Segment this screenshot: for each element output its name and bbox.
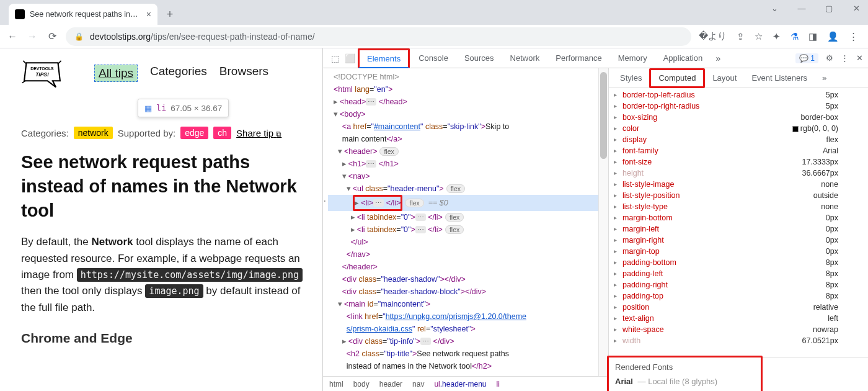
computed-prop-row[interactable]: ▸width67.0521px <box>614 335 863 346</box>
computed-prop-row[interactable]: ▸text-alignleft <box>614 313 863 324</box>
scrollbar-thumb[interactable] <box>600 72 607 159</box>
dom-node[interactable]: <a href="#maincontent" class="skip-link"… <box>328 120 608 133</box>
tab-console[interactable]: Console <box>411 48 456 68</box>
extensions-icon[interactable]: ✦ <box>773 31 781 42</box>
tab-elements[interactable]: Elements <box>358 48 410 68</box>
side-tab-computed[interactable]: Computed <box>649 68 705 88</box>
browser-pill-edge[interactable]: edge <box>180 127 208 139</box>
tab-memory[interactable]: Memory <box>611 48 655 68</box>
computed-prop-row[interactable]: ▸list-style-positionoutside <box>614 190 863 201</box>
dom-node[interactable]: ▸<div class="tip-info">⋯ </div> <box>328 335 608 348</box>
tab-network[interactable]: Network <box>503 48 547 68</box>
computed-prop-row[interactable]: ▸list-style-typenone <box>614 201 863 212</box>
scrollbar[interactable] <box>598 68 608 376</box>
more-tabs-icon[interactable]: » <box>711 53 725 63</box>
site-logo[interactable]: DEVTOOLSTIPS! <box>21 57 63 92</box>
computed-prop-row[interactable]: ▸padding-left8px <box>614 268 863 279</box>
computed-prop-row[interactable]: ▸margin-bottom0px <box>614 212 863 223</box>
install-icon[interactable]: �より <box>699 30 727 42</box>
close-tab-icon[interactable]: × <box>146 9 151 19</box>
url-field[interactable]: 🔒 devtoolstips.org/tips/en/see-request-p… <box>66 27 691 46</box>
back-button[interactable]: ← <box>6 31 19 42</box>
dom-node[interactable]: ▾<header>flex <box>328 145 608 158</box>
computed-prop-row[interactable]: ▸height36.6667px <box>614 168 863 179</box>
minimize-button[interactable]: — <box>794 4 810 13</box>
side-tab-eventlisteners[interactable]: Event Listeners <box>744 68 815 88</box>
close-devtools-icon[interactable]: ✕ <box>856 53 863 63</box>
computed-prop-row[interactable]: ▸border-top-right-radius5px <box>614 101 863 112</box>
device-toggle-icon[interactable]: ⬜ <box>343 53 356 63</box>
tab-sources[interactable]: Sources <box>457 48 502 68</box>
dom-node[interactable]: </nav> <box>328 248 608 261</box>
close-window-button[interactable]: ✕ <box>848 4 864 13</box>
computed-prop-row[interactable]: ▸box-sizingborder-box <box>614 112 863 123</box>
computed-properties[interactable]: ▸border-top-left-radius5px▸border-top-ri… <box>609 88 868 357</box>
computed-prop-row[interactable]: ▸white-spacenowrap <box>614 324 863 335</box>
crumb-item[interactable]: nav <box>412 380 424 389</box>
dom-node[interactable]: ▾<body> <box>328 108 608 120</box>
crumb-item[interactable]: header <box>379 380 402 389</box>
nav-browsers[interactable]: Browsers <box>219 65 268 82</box>
menu-icon[interactable]: ⋮ <box>849 31 858 42</box>
dom-node[interactable]: <h2 class="tip-title">See network reques… <box>328 348 608 360</box>
dom-node[interactable]: instead of names in the Network tool</h2… <box>328 360 608 372</box>
dom-node[interactable]: ▸<li tabindex="0">⋯ </li>flex <box>328 211 608 223</box>
settings-icon[interactable]: ⚙ <box>826 53 833 63</box>
dom-node[interactable]: <link href="https://unpkg.com/prismjs@1.… <box>328 310 608 323</box>
dom-node[interactable]: ▸<h1>⋯ </h1> <box>328 158 608 170</box>
messages-badge[interactable]: 💬 1 <box>795 53 818 63</box>
share-icon[interactable]: ⇪ <box>737 31 745 42</box>
dom-node[interactable]: ▾<nav> <box>328 170 608 182</box>
side-tab-styles[interactable]: Styles <box>613 68 649 88</box>
crumb-item[interactable]: html <box>329 380 343 389</box>
computed-prop-row[interactable]: ▸padding-right8px <box>614 279 863 290</box>
computed-prop-row[interactable]: ▸displayflex <box>614 134 863 145</box>
dom-node[interactable]: ▸<li tabindex="0">⋯ </li>flex <box>328 223 608 236</box>
tab-application[interactable]: Application <box>656 48 711 68</box>
forward-button[interactable]: → <box>26 31 38 42</box>
side-tab-layout[interactable]: Layout <box>705 68 744 88</box>
dom-tree[interactable]: <!DOCTYPE html> <html lang="en"> ▸<head>… <box>323 68 608 376</box>
dom-node[interactable]: main content</a> <box>328 133 608 145</box>
profile-icon[interactable]: 👤 <box>827 31 839 42</box>
computed-prop-row[interactable]: ▸border-top-left-radius5px <box>614 89 863 101</box>
computed-prop-row[interactable]: ▸margin-left0px <box>614 223 863 235</box>
labs-icon[interactable]: ⚗ <box>790 31 799 42</box>
computed-prop-row[interactable]: ▸margin-right0px <box>614 235 863 246</box>
dom-node[interactable]: <div class="header-shadow"></div> <box>328 273 608 285</box>
chevron-down-icon[interactable]: ⌄ <box>766 4 782 13</box>
sidepanel-icon[interactable]: ◨ <box>808 31 817 42</box>
dom-node[interactable]: <div class="header-shadow-block"></div> <box>328 285 608 298</box>
crumb-item-selected[interactable]: li <box>497 380 500 389</box>
nav-all-tips[interactable]: All tips <box>94 65 138 82</box>
inspect-element-icon[interactable]: ⬚ <box>328 53 342 63</box>
dom-node[interactable]: </ul> <box>328 236 608 248</box>
dom-node[interactable]: </header> <box>328 261 608 273</box>
dom-node-selected[interactable]: ▸<li>⋯ </li>flex == $0 <box>328 195 608 211</box>
browser-tab[interactable]: See network request paths instea × <box>9 4 157 25</box>
computed-prop-row[interactable]: ▸margin-top0px <box>614 246 863 257</box>
kebab-menu-icon[interactable]: ⋮ <box>841 53 849 63</box>
tab-performance[interactable]: Performance <box>548 48 609 68</box>
computed-prop-row[interactable]: ▸positionrelative <box>614 302 863 313</box>
more-side-tabs-icon[interactable]: » <box>815 68 834 88</box>
computed-prop-row[interactable]: ▸padding-top8px <box>614 290 863 302</box>
reload-button[interactable]: ⟳ <box>46 30 58 42</box>
share-tip-link[interactable]: Share tip ⧉ <box>236 128 281 138</box>
computed-prop-row[interactable]: ▸colorrgb(0, 0, 0) <box>614 123 863 134</box>
dom-node[interactable]: <html lang="en"> <box>328 83 608 96</box>
computed-prop-row[interactable]: ▸padding-bottom8px <box>614 257 863 268</box>
bookmark-icon[interactable]: ☆ <box>755 31 763 42</box>
computed-prop-row[interactable]: ▸font-size17.3333px <box>614 156 863 168</box>
computed-prop-row[interactable]: ▸font-familyArial <box>614 145 863 156</box>
browser-pill-ch[interactable]: ch <box>213 127 231 139</box>
dom-node[interactable]: s/prism-okaidia.css" rel="stylesheet"> <box>328 323 608 335</box>
dom-node[interactable]: <!DOCTYPE html> <box>328 71 608 83</box>
dom-node[interactable]: ▾<main id="maincontent"> <box>328 298 608 310</box>
crumb-item[interactable]: ul.header-menu <box>434 380 486 389</box>
computed-prop-row[interactable]: ▸list-style-imagenone <box>614 179 863 190</box>
nav-categories[interactable]: Categories <box>150 65 207 82</box>
category-pill-network[interactable]: network <box>74 127 113 139</box>
dom-node[interactable]: ▸<head>⋯ </head> <box>328 96 608 108</box>
new-tab-button[interactable]: + <box>161 6 179 23</box>
